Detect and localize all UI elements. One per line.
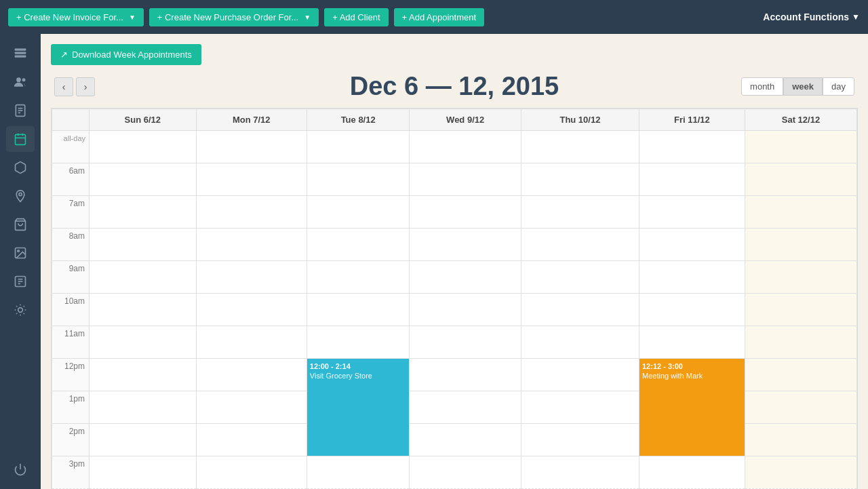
create-invoice-label: + Create New Invoice For... [16, 12, 123, 22]
account-functions-menu[interactable]: Account Functions ▼ [763, 12, 860, 22]
cell-3-2 [307, 261, 410, 294]
main-content: ↗ Download Week Appointments ‹ › Dec 6 —… [41, 34, 868, 489]
svg-rect-2 [15, 56, 26, 58]
cell-5-1 [196, 326, 307, 359]
month-view-button[interactable]: month [741, 77, 783, 96]
event-name: Visit Grocery Store [310, 371, 407, 380]
sidebar [0, 34, 41, 489]
cell-5-6 [745, 326, 856, 359]
account-functions-label: Account Functions [763, 12, 849, 22]
cell-3-3 [410, 261, 521, 294]
download-icon: ↗ [60, 50, 68, 60]
cell-8-6 [745, 424, 856, 456]
cell-2-1 [196, 229, 307, 261]
svg-point-4 [22, 78, 26, 81]
cell-7-1 [196, 391, 307, 424]
calendar-grid: Sun 6/12 Mon 7/12 Tue 8/12 Wed 9/12 Thu … [51, 108, 858, 489]
cell-5-5 [639, 326, 745, 359]
sidebar-item-locations[interactable] [6, 183, 35, 209]
cell-4-0 [90, 294, 197, 326]
cell-4-6 [745, 294, 856, 326]
cell-1-1 [196, 196, 307, 229]
cell-5-0 [90, 326, 197, 359]
cell-4-5 [639, 294, 745, 326]
add-client-button[interactable]: + Add Client [324, 8, 388, 26]
cell-1-4 [521, 196, 639, 229]
event-time: 12:12 - 3:00 [642, 361, 742, 371]
col-tue: Tue 8/12 [307, 109, 410, 131]
cell-6-2: 12:00 - 2:14Visit Grocery Store [307, 359, 410, 456]
col-sat: Sat 12/12 [745, 109, 856, 131]
clients-icon [14, 75, 27, 89]
col-mon: Mon 7/12 [196, 109, 307, 131]
cell-3-4 [521, 261, 639, 294]
cell-6-6 [745, 359, 856, 391]
cell-8-1 [196, 424, 307, 456]
week-view-button[interactable]: week [783, 77, 823, 96]
sidebar-item-gallery[interactable] [6, 240, 35, 266]
cell-0-6 [745, 163, 856, 196]
sidebar-item-invoices[interactable] [6, 98, 35, 123]
cell-1-2 [307, 196, 410, 229]
time-label-5: 11am [52, 326, 90, 359]
cell-3-0 [90, 261, 197, 294]
svg-rect-1 [15, 52, 26, 54]
prev-week-button[interactable]: ‹ [54, 77, 73, 96]
allday-cell-5 [639, 131, 745, 163]
calendar-title: Dec 6 — 12, 2015 [350, 72, 559, 101]
cell-2-0 [90, 229, 197, 261]
download-week-button[interactable]: ↗ Download Week Appointments [51, 44, 201, 65]
create-invoice-button[interactable]: + Create New Invoice For... ▼ [8, 8, 144, 26]
add-appointment-button[interactable]: + Add Appointment [394, 8, 485, 26]
account-dropdown-arrow: ▼ [852, 12, 860, 22]
cell-3-5 [639, 261, 745, 294]
svg-point-3 [16, 77, 21, 82]
next-week-button[interactable]: › [76, 77, 95, 96]
cell-4-3 [410, 294, 521, 326]
time-row-5: 11am [52, 326, 857, 359]
cell-4-1 [196, 294, 307, 326]
event-block-visit-grocery-store[interactable]: 12:00 - 2:14Visit Grocery Store [307, 359, 410, 456]
day-view-button[interactable]: day [823, 77, 854, 96]
cell-5-4 [521, 326, 639, 359]
sidebar-item-reports[interactable] [6, 269, 35, 294]
po-dropdown-arrow: ▼ [304, 14, 311, 21]
calendar-icon-sidebar [14, 132, 27, 146]
cell-1-5 [639, 196, 745, 229]
sidebar-item-inventory[interactable] [6, 155, 35, 180]
sidebar-item-products[interactable] [6, 212, 35, 237]
cell-0-2 [307, 163, 410, 196]
cell-9-3 [410, 456, 521, 489]
sidebar-item-clients[interactable] [6, 69, 35, 95]
time-label-0: 6am [52, 163, 90, 196]
cell-2-3 [410, 229, 521, 261]
home-icon [14, 47, 27, 60]
gallery-icon [14, 246, 27, 260]
sidebar-item-power[interactable] [6, 456, 35, 482]
cell-6-3 [410, 359, 521, 391]
cell-0-3 [410, 163, 521, 196]
cell-9-4 [521, 456, 639, 489]
reports-icon [14, 275, 27, 288]
create-po-button[interactable]: + Create New Purchase Order For... ▼ [149, 8, 319, 26]
svg-point-16 [18, 250, 19, 252]
event-block-meeting-with-mark[interactable]: 12:12 - 3:00Meeting with Mark [639, 359, 745, 456]
cell-5-2 [307, 326, 410, 359]
add-client-label: + Add Client [332, 12, 380, 22]
cell-7-4 [521, 391, 639, 424]
sidebar-item-settings[interactable] [6, 297, 35, 323]
time-label-7: 1pm [52, 391, 90, 424]
allday-cell-1 [196, 131, 307, 163]
allday-cell-2 [307, 131, 410, 163]
cell-6-5: 12:12 - 3:00Meeting with Mark [639, 359, 745, 456]
sidebar-item-home[interactable] [6, 41, 35, 66]
time-row-0: 6am [52, 163, 857, 196]
cell-9-6 [745, 456, 856, 489]
invoices-icon [14, 104, 27, 117]
time-header [52, 109, 90, 131]
invoice-dropdown-arrow: ▼ [129, 14, 136, 21]
time-label-8: 2pm [52, 424, 90, 456]
cell-8-4 [521, 424, 639, 456]
cell-4-4 [521, 294, 639, 326]
sidebar-item-calendar[interactable] [6, 126, 35, 152]
